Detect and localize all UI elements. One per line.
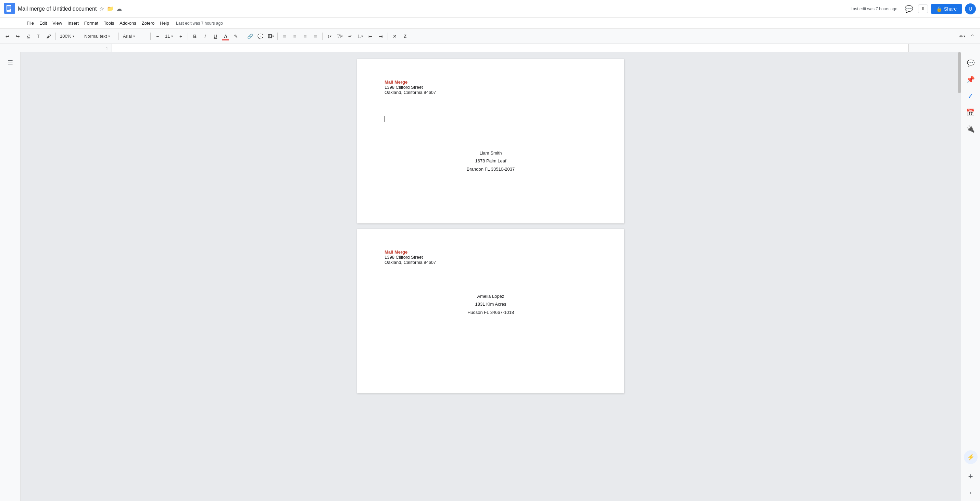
tasks-icon: ✓ <box>968 92 974 100</box>
extensions-icon: 🔌 <box>966 125 975 133</box>
version-button[interactable]: ⬆ <box>918 5 928 13</box>
menu-file[interactable]: File <box>24 19 37 27</box>
font-size-value: 11 <box>165 34 170 39</box>
recipient-name-2: Amelia Lopez <box>385 292 597 300</box>
tasks-button[interactable]: ✓ <box>964 89 978 103</box>
expand-sidebar-button[interactable]: › <box>964 486 978 499</box>
indent-more-button[interactable]: ⇥ <box>376 32 385 41</box>
doc-area[interactable]: Mail Merge 1398 Clifford Street Oakland,… <box>21 52 961 501</box>
page-2: Mail Merge 1398 Clifford Street Oakland,… <box>357 229 624 393</box>
separator-8 <box>322 33 323 40</box>
recipient-2: Amelia Lopez 1831 Kim Acres Hudson FL 34… <box>385 292 597 316</box>
menu-help[interactable]: Help <box>157 19 172 27</box>
zoom-value: 100% <box>60 34 71 39</box>
paint-format-button[interactable]: 🖌 <box>44 32 53 41</box>
font-size-dropdown[interactable]: 11 ▾ <box>163 32 175 41</box>
line-spacing-button[interactable]: ↕▾ <box>325 32 334 41</box>
recipient-street-1: 1678 Palm Leaf <box>385 157 597 165</box>
decrease-font-size-button[interactable]: − <box>153 32 162 41</box>
increase-font-size-button[interactable]: + <box>176 32 186 41</box>
cursor-area[interactable] <box>385 115 597 122</box>
pencil-icon: ✏ <box>959 34 964 39</box>
menu-insert[interactable]: Insert <box>65 19 81 27</box>
redo-button[interactable]: ↪ <box>13 32 22 41</box>
align-center-button[interactable]: ≡ <box>290 32 300 41</box>
image-button[interactable]: 🖼▾ <box>266 32 275 41</box>
keep-button[interactable]: 📌 <box>964 73 978 86</box>
cloud-icon[interactable]: ☁ <box>116 5 122 12</box>
bullets-button[interactable]: •▾ <box>345 32 355 41</box>
align-right-button[interactable]: ≡ <box>300 32 310 41</box>
style-chevron: ▾ <box>108 34 110 38</box>
underline-button[interactable]: U <box>211 32 220 41</box>
clear-format-button[interactable]: ✕ <box>390 32 399 41</box>
right-sidebar: 💬 📌 ✓ 📅 🔌 ⚡ + › <box>961 52 980 501</box>
return-address-1: Mail Merge 1398 Clifford Street Oakland,… <box>385 80 597 95</box>
left-sidebar: ☰ <box>0 52 21 501</box>
company-name-2: Mail Merge <box>385 249 597 255</box>
menu-edit[interactable]: Edit <box>37 19 50 27</box>
separator-5 <box>188 33 188 40</box>
outline-icon: ☰ <box>8 59 13 66</box>
menu-view[interactable]: View <box>50 19 65 27</box>
font-dropdown[interactable]: Arial ▾ <box>121 32 148 41</box>
chat-button[interactable]: 💬 <box>964 56 978 70</box>
menu-zotero[interactable]: Zotero <box>139 19 158 27</box>
menu-addons[interactable]: Add-ons <box>117 19 139 27</box>
scrollbar[interactable] <box>958 52 961 501</box>
menu-format[interactable]: Format <box>81 19 101 27</box>
undo-button[interactable]: ↩ <box>3 32 12 41</box>
calendar-icon: 📅 <box>966 108 975 116</box>
recipient-1: Liam Smith 1678 Palm Leaf Brandon FL 335… <box>385 149 597 173</box>
calendar-button[interactable]: 📅 <box>964 105 978 119</box>
return-address-2: Mail Merge 1398 Clifford Street Oakland,… <box>385 249 597 265</box>
doc-title[interactable]: Mail merge of Untitled document <box>18 5 97 12</box>
add-sidebar-button[interactable]: + <box>964 469 978 483</box>
star-icon[interactable]: ☆ <box>99 5 104 12</box>
italic-button[interactable]: I <box>200 32 210 41</box>
separator-7 <box>277 33 278 40</box>
checklist-button[interactable]: ☑▾ <box>335 32 344 41</box>
toolbar: ↩ ↪ 🖨 T 🖌 100% ▾ Normal text ▾ Arial ▾ −… <box>0 29 980 44</box>
indent-less-button[interactable]: ⇤ <box>366 32 375 41</box>
avatar-initial: U <box>969 6 972 12</box>
avatar[interactable]: U <box>965 3 976 14</box>
comment-button[interactable]: 💬 <box>903 3 915 15</box>
last-edit-menu: Last edit was 7 hours ago <box>176 21 223 26</box>
chat-icon: 💬 <box>967 59 975 67</box>
edit-chevron: ▾ <box>964 34 965 38</box>
menu-bar: File Edit View Insert Format Tools Add-o… <box>0 18 980 29</box>
svg-rect-5 <box>7 9 10 10</box>
company-name-1: Mail Merge <box>385 80 597 85</box>
separator-1 <box>56 33 56 40</box>
extensions-button[interactable]: 🔌 <box>964 122 978 136</box>
style-value: Normal text <box>84 34 107 39</box>
scroll-thumb[interactable] <box>958 52 961 93</box>
align-left-button[interactable]: ≡ <box>280 32 290 41</box>
menu-tools[interactable]: Tools <box>101 19 117 27</box>
align-justify-button[interactable]: ≡ <box>310 32 320 41</box>
special-char-button[interactable]: Z <box>400 32 410 41</box>
style-dropdown[interactable]: Normal text ▾ <box>82 32 116 41</box>
bold-button[interactable]: B <box>190 32 200 41</box>
outline-toggle[interactable]: ☰ <box>4 56 16 69</box>
main-layout: ☰ Mail Merge 1398 Clifford Street Oaklan… <box>0 52 980 501</box>
spell-check-button[interactable]: T <box>33 32 43 41</box>
folder-icon[interactable]: 📁 <box>107 5 114 12</box>
link-button[interactable]: 🔗 <box>245 32 255 41</box>
top-bar: Mail merge of Untitled document ☆ 📁 ☁ La… <box>0 0 980 18</box>
address-line2-1: Oakland, California 94607 <box>385 90 597 95</box>
lightning-icon: ⚡ <box>967 453 975 461</box>
comment-insert-button[interactable]: 💬 <box>255 32 265 41</box>
title-area: Mail merge of Untitled document ☆ 📁 ☁ <box>18 5 851 12</box>
highlight-button[interactable]: ✎ <box>231 32 241 41</box>
text-color-button[interactable]: A <box>221 32 231 41</box>
zoom-dropdown[interactable]: 100% ▾ <box>58 32 78 41</box>
numbered-button[interactable]: 1.▾ <box>355 32 365 41</box>
floating-action-button[interactable]: ⚡ <box>964 450 978 464</box>
share-button[interactable]: 🔒 Share <box>931 4 962 14</box>
collapse-toolbar-button[interactable]: ⌃ <box>968 32 977 41</box>
print-button[interactable]: 🖨 <box>23 32 33 41</box>
address-line1-1: 1398 Clifford Street <box>385 85 597 90</box>
edit-mode-button[interactable]: ✏ ▾ <box>958 32 967 41</box>
